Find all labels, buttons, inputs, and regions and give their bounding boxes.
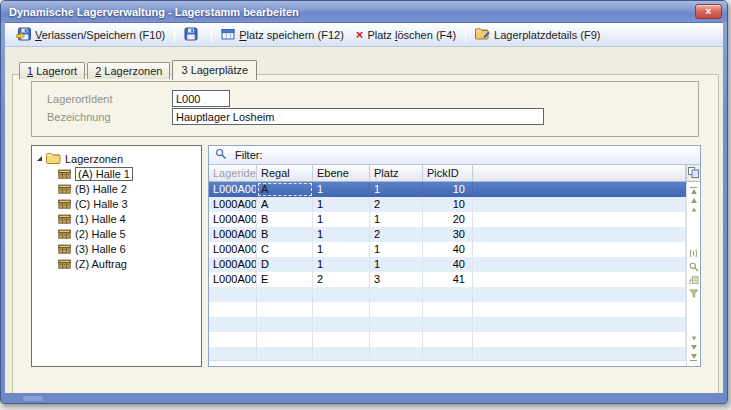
grid-cell <box>423 332 473 347</box>
tree-item[interactable]: (A) Halle 1 <box>58 166 201 181</box>
bezeichnung-field[interactable] <box>172 108 544 125</box>
column-chooser-button[interactable] <box>686 165 700 182</box>
grid-cell[interactable]: 1 <box>313 227 370 242</box>
next-page-icon[interactable] <box>691 345 697 350</box>
grid-cell <box>257 287 313 302</box>
grid-filter-bar[interactable]: Filter: <box>209 146 700 165</box>
grid-row[interactable]: L000A006D1140 <box>209 257 686 272</box>
grid-body: L000A001A1110L000A002A1210L000A003B1120L… <box>209 182 686 360</box>
grid-cell[interactable]: 1 <box>313 257 370 272</box>
grid-cell[interactable]: 2 <box>370 197 423 212</box>
grid-cell[interactable]: L000A005 <box>209 242 257 257</box>
tab-lagerzonen[interactable]: 2 Lagerzonen <box>87 62 170 79</box>
grid-cell[interactable]: 1 <box>370 257 423 272</box>
grid-cell <box>257 332 313 347</box>
exit-save-button[interactable]: Verlassen/Speichern (F10) <box>10 25 171 45</box>
bezeichnung-label: Bezeichnung <box>47 111 172 123</box>
tree-item[interactable]: (2) Halle 5 <box>58 226 201 241</box>
tree-expander-icon[interactable] <box>37 156 42 161</box>
grid-cell[interactable]: D <box>257 257 313 272</box>
grid-cell[interactable]: L000A007 <box>209 272 257 287</box>
grid-cell[interactable]: 30 <box>423 227 473 242</box>
grid-cell[interactable]: B <box>257 227 313 242</box>
grid-cell[interactable]: 10 <box>423 197 473 212</box>
grid-cell-filler <box>473 317 686 332</box>
grid-row[interactable]: L000A003B1120 <box>209 212 686 227</box>
grid-row[interactable]: L000A005C1140 <box>209 242 686 257</box>
prev-record-icon[interactable] <box>691 207 697 212</box>
column-header-ebene[interactable]: Ebene <box>313 165 370 182</box>
tree-item-label: (C) Halle 3 <box>75 198 128 210</box>
grid-cell[interactable]: 3 <box>370 272 423 287</box>
last-record-icon[interactable] <box>690 354 697 362</box>
column-header-regal[interactable]: Regal <box>257 165 313 182</box>
grid-cell <box>209 332 257 347</box>
grid-cell[interactable]: 1 <box>313 212 370 227</box>
column-header-pickid[interactable]: PickID <box>423 165 473 182</box>
grid-cell <box>423 287 473 302</box>
next-record-icon[interactable] <box>691 336 697 341</box>
grid-cell[interactable]: L000A006 <box>209 257 257 272</box>
place-save-button[interactable]: Platz speichern (F12) <box>215 25 350 44</box>
tree-item[interactable]: (Z) Auftrag <box>58 256 201 271</box>
record-navigator <box>686 182 700 366</box>
grid-cell[interactable]: 1 <box>370 182 423 197</box>
grid-cell-filler <box>473 302 686 317</box>
grid-cell[interactable]: L000A004 <box>209 227 257 242</box>
grid-cell[interactable]: L000A001 <box>209 182 257 197</box>
grid-cell[interactable]: L000A002 <box>209 197 257 212</box>
prev-page-icon[interactable] <box>691 198 697 203</box>
grid-row[interactable]: L000A004B1230 <box>209 227 686 242</box>
toolbar: Verlassen/Speichern (F10) Platz speicher… <box>5 23 723 47</box>
grid-cell-filler <box>473 197 686 212</box>
grid-cell[interactable]: 2 <box>370 227 423 242</box>
grid-cell[interactable]: 41 <box>423 272 473 287</box>
lagerzonen-tree[interactable]: Lagerzonen (A) Halle 1(B) Halle 2(C) Hal… <box>31 145 202 367</box>
grid-cell[interactable]: 1 <box>370 242 423 257</box>
tab-lagerplaetze[interactable]: 3 Lagerplätze <box>172 60 257 80</box>
save-button[interactable] <box>178 25 208 45</box>
app-window: Dynamische Lagerverwaltung - Lagerstamm … <box>0 0 728 404</box>
place-delete-button[interactable]: × Platz löschen (F4) <box>350 27 462 43</box>
grid-cell[interactable]: E <box>257 272 313 287</box>
insert-record-icon[interactable] <box>689 249 698 258</box>
search-record-icon[interactable] <box>689 262 699 272</box>
bookmark-icon[interactable] <box>689 276 699 285</box>
grid-cell[interactable]: C <box>257 242 313 257</box>
grid-cell-filler <box>473 332 686 347</box>
grid-header-row: Lagerident Regal Ebene Platz PickID <box>209 165 686 182</box>
place-details-button[interactable]: Lagerplatzdetails (F9) <box>469 25 606 44</box>
grid-row[interactable]: L000A001A1110 <box>209 182 686 197</box>
grid-row[interactable]: L000A002A1210 <box>209 197 686 212</box>
grid-cell[interactable]: 10 <box>423 182 473 197</box>
grid-cell[interactable]: A <box>257 197 313 212</box>
grid-cell <box>209 302 257 317</box>
tree-item[interactable]: (1) Halle 4 <box>58 211 201 226</box>
toolbar-separator <box>174 26 175 43</box>
column-header-platz[interactable]: Platz <box>370 165 423 182</box>
save-icon <box>184 27 198 43</box>
filter-icon[interactable] <box>689 289 699 299</box>
grid-cell[interactable]: 1 <box>313 242 370 257</box>
tree-item[interactable]: (B) Halle 2 <box>58 181 201 196</box>
resize-grip[interactable] <box>23 396 43 401</box>
grid-cell[interactable]: 1 <box>313 197 370 212</box>
grid-cell[interactable]: 2 <box>313 272 370 287</box>
lagerort-ident-field[interactable] <box>172 90 230 107</box>
tree-item[interactable]: (C) Halle 3 <box>58 196 201 211</box>
first-record-icon[interactable] <box>690 186 697 194</box>
grid-row[interactable]: L000A007E2341 <box>209 272 686 287</box>
grid-cell[interactable]: L000A003 <box>209 212 257 227</box>
grid-cell[interactable]: A <box>257 182 313 197</box>
tab-lagerort[interactable]: 1 Lagerort <box>19 62 85 79</box>
grid-cell[interactable]: 1 <box>313 182 370 197</box>
grid-cell[interactable]: 20 <box>423 212 473 227</box>
horizontal-scrollbar[interactable] <box>209 360 686 366</box>
grid-cell[interactable]: 40 <box>423 242 473 257</box>
grid-cell[interactable]: B <box>257 212 313 227</box>
grid-cell[interactable]: 40 <box>423 257 473 272</box>
close-button[interactable]: × <box>695 4 722 19</box>
grid-cell[interactable]: 1 <box>370 212 423 227</box>
tree-item[interactable]: (3) Halle 6 <box>58 241 201 256</box>
column-header-lagerident[interactable]: Lagerident <box>209 165 257 182</box>
